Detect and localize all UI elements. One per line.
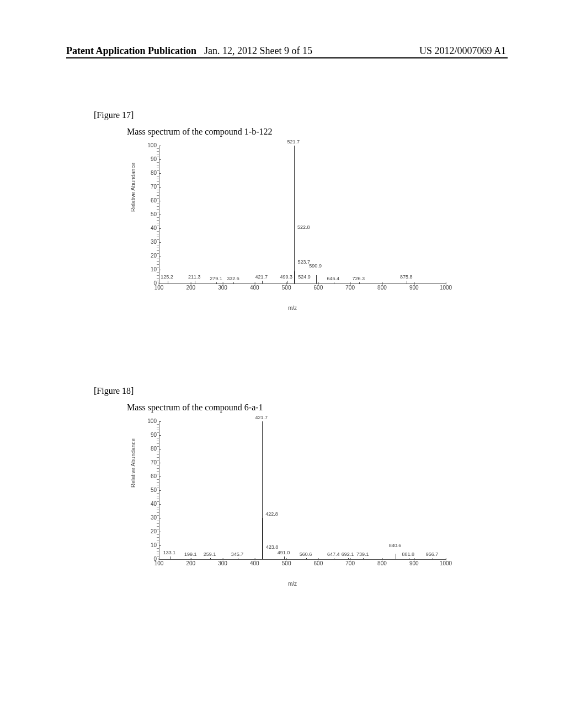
peak-label: 199.1 xyxy=(184,552,197,557)
peak-label: 647.4 xyxy=(327,552,340,557)
peak-label: 646.4 xyxy=(327,276,339,281)
y-tick: 40 xyxy=(140,225,157,231)
y-tick: 100 xyxy=(140,142,157,148)
spectrum-peak xyxy=(359,282,360,284)
y-tick: 80 xyxy=(140,446,157,452)
spectrum-peak xyxy=(407,281,407,283)
x-tick: 800 xyxy=(377,560,387,566)
spectrum-peak xyxy=(233,282,234,284)
peak-label: 422.8 xyxy=(265,511,278,517)
x-tick: 400 xyxy=(250,560,259,566)
figure-18: [Figure 18] Mass spectrum of the compoun… xyxy=(94,386,502,587)
y-tick: 10 xyxy=(140,542,157,548)
spectrum-peak xyxy=(168,281,168,283)
y-tick: 20 xyxy=(140,253,157,259)
spectrum-peak xyxy=(334,282,334,284)
spectrum-peak xyxy=(409,558,409,560)
peak-label: 726.3 xyxy=(353,276,365,281)
y-axis-label: Relative Abundance xyxy=(130,438,136,488)
x-axis-label: m/z xyxy=(127,581,458,587)
spectrum-peak xyxy=(334,558,334,560)
spectrum-peak xyxy=(295,281,295,283)
header-left: Patent Application Publication xyxy=(66,45,196,57)
header-center: Jan. 12, 2012 Sheet 9 of 15 xyxy=(204,45,312,57)
x-tick: 700 xyxy=(345,285,355,291)
plot-area xyxy=(159,421,446,560)
figure-title: Mass spectrum of the compound 6-a-1 xyxy=(127,403,502,413)
x-tick: 900 xyxy=(409,285,419,291)
spectrum-peak xyxy=(433,558,433,560)
peak-label: 491.0 xyxy=(278,550,290,555)
header-right: US 2012/0007069 A1 xyxy=(419,45,506,57)
peak-label: 692.1 xyxy=(342,552,354,557)
peak-label: 590.9 xyxy=(309,263,322,269)
spectrum-peak xyxy=(396,554,396,559)
y-tick: 40 xyxy=(140,501,157,507)
peak-label: 133.1 xyxy=(163,550,176,555)
mass-spectrum-chart: Relative Abundance m/z 01020304050607080… xyxy=(127,140,458,311)
peak-label: 421.7 xyxy=(255,274,268,280)
peak-label: 499.3 xyxy=(280,274,292,280)
spectrum-peak xyxy=(238,558,238,560)
peak-label: 423.8 xyxy=(266,544,279,550)
peak-label: 739.1 xyxy=(356,552,369,557)
x-tick: 200 xyxy=(186,560,195,566)
x-tick: 1000 xyxy=(440,560,452,566)
peak-label: 523.7 xyxy=(298,259,311,265)
peak-label: 881.8 xyxy=(402,552,414,557)
spectrum-peak xyxy=(170,556,170,559)
spectrum-peak xyxy=(348,558,349,560)
x-tick: 400 xyxy=(250,285,259,291)
y-axis-label: Relative Abundance xyxy=(130,163,136,212)
x-tick: 1000 xyxy=(440,285,452,291)
y-tick: 30 xyxy=(140,239,157,245)
spectrum-peak xyxy=(363,558,364,560)
spectrum-peak xyxy=(284,556,285,559)
x-tick: 100 xyxy=(154,285,164,291)
peak-label: 259.1 xyxy=(204,552,216,557)
peak-label: 345.7 xyxy=(231,552,244,557)
spectrum-peak xyxy=(195,281,195,283)
figure-label: [Figure 18] xyxy=(94,386,502,396)
y-tick: 90 xyxy=(140,432,157,438)
peak-label: 524.9 xyxy=(298,274,311,280)
spectrum-peak xyxy=(316,275,317,283)
y-tick: 50 xyxy=(140,487,157,493)
spectrum-peak xyxy=(306,558,307,560)
figure-17: [Figure 17] Mass spectrum of the compoun… xyxy=(94,110,502,311)
x-tick: 300 xyxy=(218,285,227,291)
x-tick: 500 xyxy=(282,560,291,566)
x-tick: 300 xyxy=(218,560,227,566)
x-tick: 800 xyxy=(377,285,387,291)
spectrum-peak xyxy=(216,282,217,284)
peak-label: 421.7 xyxy=(255,415,268,420)
spectrum-peak xyxy=(262,281,263,283)
x-tick: 900 xyxy=(409,560,419,566)
peak-label: 560.6 xyxy=(300,552,312,557)
y-tick: 90 xyxy=(140,156,157,162)
peak-label: 521.7 xyxy=(287,139,300,144)
y-tick: 80 xyxy=(140,170,157,176)
x-axis-label: m/z xyxy=(127,305,458,311)
x-tick: 600 xyxy=(314,560,323,566)
peak-label: 332.6 xyxy=(227,276,239,281)
peak-label: 956.7 xyxy=(426,552,439,557)
patent-page: Patent Application Publication Jan. 12, … xyxy=(0,0,565,728)
header-rule xyxy=(66,57,508,58)
y-tick: 100 xyxy=(140,418,157,424)
y-tick: 60 xyxy=(140,197,157,204)
x-tick: 700 xyxy=(345,560,355,566)
peak-label: 522.8 xyxy=(297,224,310,230)
mass-spectrum-chart: Relative Abundance m/z 01020304050607080… xyxy=(127,416,458,587)
spectrum-peak xyxy=(210,558,211,560)
peak-label: 279.1 xyxy=(210,276,222,281)
y-tick: 70 xyxy=(140,459,157,465)
y-tick: 20 xyxy=(140,528,157,534)
x-tick: 100 xyxy=(154,560,164,566)
peak-label: 125.2 xyxy=(161,274,173,280)
peak-label: 875.8 xyxy=(400,274,413,280)
x-tick: 500 xyxy=(282,285,291,291)
figure-title: Mass spectrum of the compound 1-b-122 xyxy=(127,127,502,137)
y-tick: 60 xyxy=(140,473,157,479)
x-tick: 200 xyxy=(186,285,195,291)
